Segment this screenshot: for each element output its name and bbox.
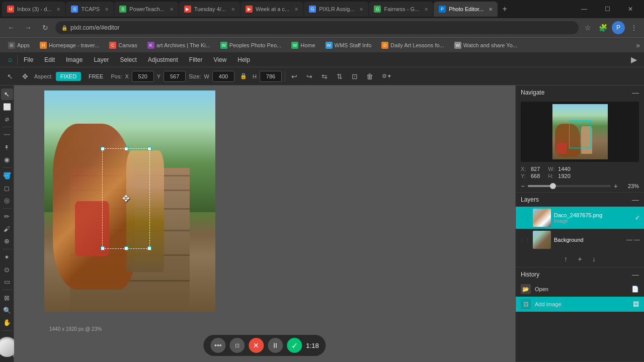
- fill-tool[interactable]: 🪣: [1, 170, 13, 182]
- menu-select[interactable]: Select: [115, 54, 141, 65]
- crop-tool[interactable]: ▭: [1, 276, 13, 288]
- fixed-aspect-button[interactable]: FIXED: [56, 72, 81, 81]
- tab-tcaps-close[interactable]: ✕: [105, 7, 109, 12]
- tab-pixlr-assign[interactable]: G PIXLR Assig... ✕: [304, 2, 368, 17]
- eraser-tool[interactable]: ◻: [1, 183, 13, 194]
- bookmarks-more[interactable]: »: [636, 41, 640, 49]
- layers-header[interactable]: Layers —: [516, 193, 644, 207]
- lock-aspect-icon[interactable]: 🔒: [237, 70, 250, 82]
- tab-photo-editor[interactable]: P Photo Editor... ✕: [434, 2, 498, 17]
- navigate-header[interactable]: Navigate —: [516, 85, 644, 100]
- menu-help[interactable]: Help: [232, 54, 255, 65]
- transform-tool[interactable]: ✦: [1, 251, 13, 263]
- search-tool[interactable]: 🔍: [1, 305, 13, 316]
- clone-tool[interactable]: ⊕: [1, 235, 13, 247]
- recording-confirm-button[interactable]: ✓: [287, 338, 302, 353]
- zoom-tool[interactable]: ⊠: [1, 292, 13, 304]
- lasso-tool[interactable]: ⌀: [1, 113, 13, 125]
- extensions-icon[interactable]: 🧩: [597, 22, 609, 34]
- flip-v-icon[interactable]: ⇅: [334, 70, 346, 82]
- x-input[interactable]: [132, 71, 154, 82]
- warp-tool[interactable]: ⊙: [1, 264, 13, 276]
- history-item-add-image[interactable]: 🖼 Add image 🖼: [516, 297, 644, 312]
- pen-tool[interactable]: ✏: [1, 211, 13, 222]
- layer-item-daco[interactable]: ⋮⋮ Daco_2487675.png Image ✓: [516, 207, 644, 229]
- recording-stop-button[interactable]: ✕: [249, 338, 264, 353]
- tab-week[interactable]: ▶ Week at a c... ✕: [240, 2, 303, 17]
- zoom-slider[interactable]: [528, 185, 611, 187]
- eyedropper-tool[interactable]: 🖈: [1, 142, 13, 153]
- tab-gmail-close[interactable]: ✕: [56, 7, 60, 12]
- tab-powerteach[interactable]: S PowerTeach... ✕: [114, 2, 179, 17]
- tab-fairness[interactable]: G Fairness - G... ✕: [369, 2, 433, 17]
- menu-edit[interactable]: Edit: [39, 54, 60, 65]
- layer-drag-handle[interactable]: ⋮⋮: [520, 215, 530, 221]
- recording-screen-button[interactable]: ⊡: [229, 338, 245, 353]
- free-aspect-button[interactable]: FREE: [84, 72, 108, 81]
- heal-tool[interactable]: ◉: [1, 154, 13, 165]
- tab-fairness-close[interactable]: ✕: [424, 7, 428, 12]
- hand-tool[interactable]: ✋: [1, 317, 13, 328]
- home-tool-icon[interactable]: ⌂: [4, 54, 16, 66]
- bookmark-wms-staff[interactable]: W WMS Staff Info: [321, 41, 376, 50]
- profile-icon[interactable]: P: [612, 21, 625, 34]
- new-tab-button[interactable]: +: [498, 3, 511, 16]
- layer-move-up-button[interactable]: ↑: [560, 253, 572, 265]
- forward-button[interactable]: →: [21, 21, 35, 35]
- tab-pixlr-assign-close[interactable]: ✕: [359, 7, 363, 12]
- bookmark-watch-share[interactable]: W Watch and share Yo...: [450, 41, 521, 50]
- flip-h-icon[interactable]: ⇆: [318, 70, 331, 82]
- bookmark-daily-art[interactable]: D Daily Art Lessons fo...: [377, 41, 448, 50]
- menu-image[interactable]: Image: [61, 54, 88, 65]
- burn-tool[interactable]: ◎: [1, 195, 13, 206]
- navigate-preview[interactable]: [521, 102, 639, 162]
- history-collapse-icon[interactable]: —: [632, 270, 639, 279]
- undo-icon[interactable]: ↩: [288, 70, 300, 82]
- history-item-open[interactable]: 📂 Open 📄: [516, 282, 644, 297]
- delete-icon[interactable]: 🗑: [364, 70, 376, 82]
- crop-icon[interactable]: ⊡: [349, 70, 361, 82]
- tab-tcaps[interactable]: S TCAPS ✕: [66, 2, 114, 17]
- tab-gmail[interactable]: M Inbox (3) - d... ✕: [2, 2, 65, 17]
- layer-item-background[interactable]: ⋮⋮ Background — —: [516, 229, 644, 251]
- tab-photo-editor-close[interactable]: ✕: [489, 7, 493, 12]
- menu-dots-icon[interactable]: ⋮: [628, 22, 640, 34]
- tab-tuesday[interactable]: ▶ Tuesday 4/... ✕: [179, 2, 240, 17]
- zoom-slider-thumb[interactable]: [550, 183, 556, 189]
- bookmark-art-archives[interactable]: K art Archives | The Ki...: [143, 41, 214, 50]
- zoom-in-button[interactable]: +: [614, 182, 618, 190]
- url-bar[interactable]: 🔒 pixlr.com/e/#editor: [55, 21, 579, 34]
- layer-visibility-daco[interactable]: ✓: [635, 214, 640, 221]
- history-header[interactable]: History —: [516, 267, 644, 282]
- recording-pause-button[interactable]: ⏸: [268, 338, 283, 353]
- star-icon[interactable]: ☆: [582, 22, 594, 34]
- zoom-out-button[interactable]: −: [521, 182, 525, 190]
- blur-tool[interactable]: 〰: [1, 129, 13, 141]
- layer-move-down-button[interactable]: ↓: [588, 253, 600, 265]
- tab-tuesday-close[interactable]: ✕: [231, 7, 235, 12]
- refresh-button[interactable]: ↻: [38, 21, 52, 35]
- layers-collapse-icon[interactable]: —: [632, 196, 639, 204]
- layer-drag-handle-bg[interactable]: ⋮⋮: [520, 237, 530, 243]
- menu-filter[interactable]: Filter: [184, 54, 208, 65]
- menu-view[interactable]: View: [208, 54, 231, 65]
- recording-options-button[interactable]: •••: [210, 338, 225, 353]
- maximize-button[interactable]: ☐: [596, 0, 619, 18]
- y-input[interactable]: [164, 71, 186, 82]
- menu-file[interactable]: File: [19, 54, 38, 65]
- menu-adjustment[interactable]: Adjustment: [143, 54, 183, 65]
- bookmark-home[interactable]: W Home: [287, 41, 319, 50]
- tab-powerteach-close[interactable]: ✕: [170, 7, 174, 12]
- bookmark-homepage[interactable]: H Homepage - traver...: [36, 41, 103, 50]
- select-tool[interactable]: ↖: [1, 88, 13, 100]
- settings-button[interactable]: ⚙ ▾: [379, 72, 394, 80]
- select-tool-icon[interactable]: ↖: [4, 70, 16, 82]
- bookmark-peoples-photo[interactable]: W Peoples Photo Peo...: [216, 41, 285, 50]
- brush-tool[interactable]: 🖌: [1, 223, 13, 235]
- menu-layer[interactable]: Layer: [89, 54, 114, 65]
- close-button[interactable]: ✕: [619, 0, 642, 18]
- bookmark-canvas[interactable]: C Canvas: [105, 41, 141, 50]
- w-input[interactable]: [212, 71, 234, 82]
- tab-week-close[interactable]: ✕: [294, 7, 298, 12]
- back-button[interactable]: ←: [4, 21, 18, 35]
